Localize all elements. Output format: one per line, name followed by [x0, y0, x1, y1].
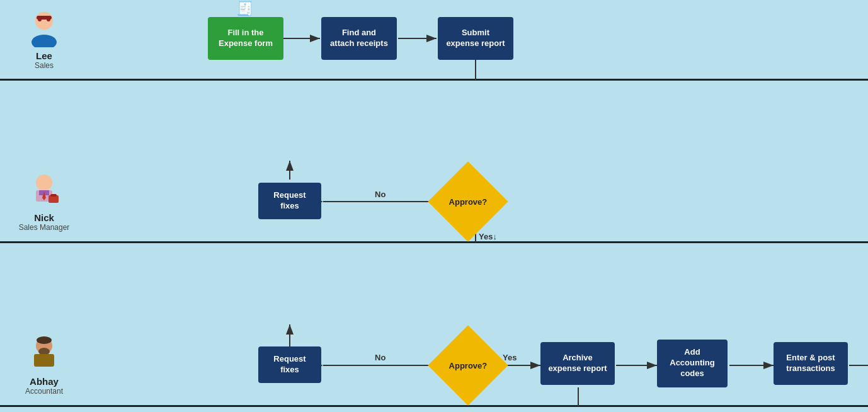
approve-diamond-1: Approve?: [440, 173, 496, 230]
approve-diamond-2: Approve?: [440, 337, 496, 394]
lane1-content: 🧾 Fill in theExpense form: [88, 0, 868, 80]
svg-point-4: [38, 18, 42, 21]
receipt-icon: 🧾: [236, 1, 253, 17]
svg-point-1: [31, 35, 57, 47]
person-role-lee: Sales: [35, 61, 54, 70]
svg-text:No: No: [375, 190, 385, 199]
avatar-abhay: [25, 335, 63, 373]
svg-text:No: No: [375, 353, 385, 362]
lane3-content: No Yes Requestfixes: [88, 324, 868, 406]
person-name-lee: Lee: [36, 50, 52, 61]
svg-rect-25: [34, 354, 54, 367]
svg-rect-15: [50, 194, 57, 197]
person-role-nick: Sales Manager: [19, 223, 70, 232]
enter-post-box: Enter & posttransactions: [774, 342, 848, 385]
person-role-abhay: Accountant: [25, 387, 63, 396]
add-accounting-codes-box: AddAccountingcodes: [657, 340, 728, 387]
svg-text:Yes↓: Yes↓: [479, 232, 497, 241]
request-fixes-2-box: Requestfixes: [258, 346, 321, 383]
add-accounting-codes-label: AddAccountingcodes: [670, 347, 715, 379]
avatar-lee: [25, 9, 63, 47]
enter-post-label: Enter & posttransactions: [786, 353, 835, 374]
person-name-abhay: Abhay: [30, 376, 59, 387]
person-name-nick: Nick: [34, 212, 54, 223]
avatar-nick: [25, 171, 63, 209]
archive-expense-box: Archiveexpense report: [540, 342, 615, 385]
svg-point-26: [37, 336, 52, 344]
lane-header-abhay: Abhay Accountant: [0, 329, 88, 402]
svg-point-10: [36, 175, 52, 191]
find-attach-receipts-label: Find andattach receipts: [330, 28, 388, 49]
svg-point-5: [47, 18, 50, 21]
archive-expense-label: Archiveexpense report: [548, 353, 607, 374]
lane-nick: Nick Sales Manager No Yes↓: [0, 161, 868, 243]
lane2-content: No Yes↓ Requestfixes Approve?: [88, 161, 868, 243]
find-attach-receipts-box: Find andattach receipts: [321, 17, 397, 60]
svg-text:Yes: Yes: [503, 353, 517, 362]
svg-point-2: [35, 12, 53, 30]
request-fixes-1-label: Requestfixes: [273, 190, 306, 212]
fill-expense-form-box: Fill in theExpense form: [208, 17, 283, 60]
request-fixes-1-box: Requestfixes: [258, 183, 321, 219]
lane-abhay: Abhay Accountant No Yes: [0, 325, 868, 407]
submit-expense-report-box: Submitexpense report: [438, 17, 513, 60]
lane-header-nick: Nick Sales Manager: [0, 165, 88, 238]
lane-lee: Lee Sales 🧾 Fill in theExpense form: [0, 0, 868, 81]
request-fixes-2-label: Requestfixes: [273, 354, 306, 375]
submit-expense-report-label: Submitexpense report: [446, 28, 505, 49]
lane-header-lee: Lee Sales: [0, 3, 88, 76]
fill-expense-form-label: Fill in theExpense form: [219, 28, 273, 49]
